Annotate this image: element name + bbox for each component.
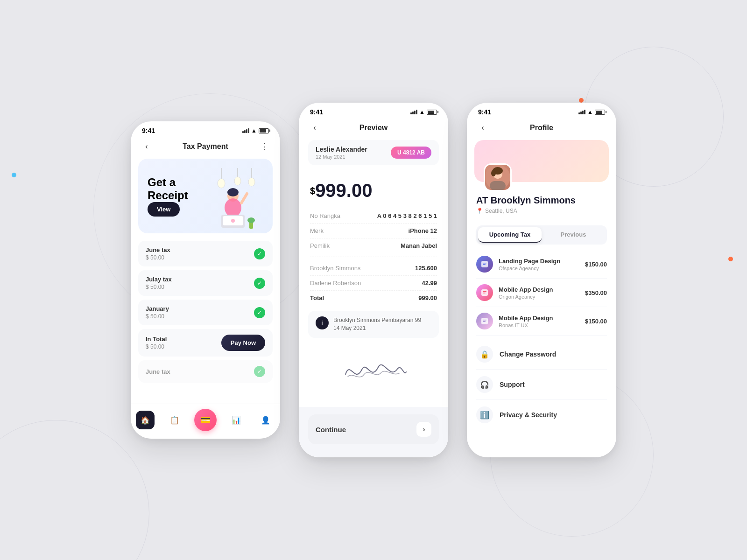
- signal-bars-left: [242, 128, 249, 133]
- profile-avatar: [484, 163, 512, 191]
- currency-symbol: $: [310, 186, 315, 196]
- entry-icon-1: [476, 256, 493, 273]
- tax-item-january-info: January $ 50.00: [146, 305, 169, 320]
- tax-entry-3: Mobile App Design Ronas IT UX $150.00: [476, 307, 607, 336]
- svg-point-8: [225, 198, 241, 217]
- receipt-breakdown: Brooklyn Simmons 125.600 Darlene Roberts…: [299, 261, 448, 305]
- nav-analytics[interactable]: 📊: [227, 411, 246, 429]
- tax-item-julay-amount: $ 50.00: [146, 284, 172, 290]
- nav-profile[interactable]: 👤: [256, 411, 275, 429]
- back-button-right[interactable]: ‹: [476, 121, 489, 134]
- nav-center-payment[interactable]: 💳: [194, 409, 217, 431]
- battery-icon-right: [595, 110, 605, 115]
- receipt-user-date: 12 May 2021: [316, 154, 367, 160]
- tax-item-january-name: January: [146, 305, 169, 312]
- breakdown-total: Total 999.00: [310, 291, 437, 305]
- detail-label-rangka: No Rangka: [310, 212, 340, 219]
- more-button-left[interactable]: ⋮: [258, 140, 271, 153]
- page-title-right: Profile: [530, 124, 553, 132]
- svg-line-12: [241, 194, 247, 203]
- profile-name: AT Brooklyn Simmons: [476, 195, 607, 206]
- status-time-middle: 9:41: [310, 108, 323, 116]
- svg-rect-28: [483, 320, 486, 321]
- screens-container: 9:41 ▲ ‹ Tax Payment ⋮: [131, 103, 616, 457]
- receipt-user-info: Leslie Alexander 12 May 2021: [316, 146, 367, 160]
- tax-entry-1-left: Landing Page Design Ofspace Ageancy: [476, 256, 560, 273]
- tax-payment-phone: 9:41 ▲ ‹ Tax Payment ⋮: [131, 121, 280, 439]
- banner-content: Get a Receipt View: [148, 176, 207, 217]
- status-time-right: 9:41: [478, 108, 491, 116]
- page-title-middle: Preview: [359, 124, 388, 132]
- info-main-text: Brooklyn Simmons Pembayaran 99: [333, 316, 421, 324]
- nav-home[interactable]: 🏠: [136, 411, 155, 429]
- tax-item-june2-name: June tax: [146, 368, 170, 375]
- preview-phone: 9:41 ▲ ‹ Preview Lesl: [299, 103, 448, 457]
- lock-icon: 🔒: [476, 346, 493, 363]
- svg-point-1: [218, 179, 225, 188]
- support-icon: 🎧: [476, 376, 493, 393]
- divider: [310, 257, 437, 257]
- settings-support[interactable]: 🎧 Support: [476, 370, 607, 400]
- signature-svg: [336, 351, 411, 388]
- status-icons-left: ▲: [242, 127, 269, 134]
- tax-entry-1-company: Ofspace Ageancy: [499, 266, 560, 271]
- svg-point-11: [231, 219, 235, 223]
- continue-label: Continue: [316, 426, 346, 434]
- breakdown-value-brooklyn: 125.600: [415, 265, 437, 272]
- tax-entry-2-amount: $350.00: [585, 289, 607, 296]
- svg-point-20: [491, 170, 496, 176]
- check-icon-january: ✓: [254, 307, 265, 318]
- continue-arrow: ›: [416, 422, 431, 437]
- status-time-left: 9:41: [142, 127, 155, 134]
- back-button-middle[interactable]: ‹: [308, 121, 321, 134]
- status-icons-middle: ▲: [410, 109, 437, 115]
- tax-entry-2-company: Origon Ageancy: [499, 294, 553, 300]
- payment-icon: 💳: [200, 415, 211, 425]
- svg-point-14: [247, 217, 255, 223]
- tax-item-total-info: In Total $ 50.00: [146, 336, 167, 350]
- wifi-icon-middle: ▲: [419, 109, 425, 115]
- avatar-image: [485, 165, 510, 190]
- location-pin-icon: 📍: [476, 208, 483, 214]
- tax-item-june: June tax $ 50.00 ✓: [138, 241, 273, 266]
- nav-list[interactable]: 📋: [165, 411, 184, 429]
- svg-point-3: [234, 177, 241, 185]
- bottom-nav-left: 🏠 📋 💳 📊 👤: [131, 404, 280, 439]
- tax-entries-list: Landing Page Design Ofspace Ageancy $150…: [467, 250, 616, 336]
- detail-label-pemilik: Pemilik: [310, 242, 330, 249]
- profile-nav-icon: 👤: [261, 416, 270, 425]
- svg-rect-17: [490, 181, 506, 190]
- change-password-label: Change Password: [500, 350, 556, 358]
- tax-item-june-name: June tax: [146, 246, 170, 253]
- tab-previous[interactable]: Previous: [542, 227, 605, 243]
- settings-privacy[interactable]: ℹ️ Privacy & Security: [476, 400, 607, 430]
- breakdown-value-total: 999.00: [418, 294, 437, 301]
- tax-item-julay-info: Julay tax $ 50.00: [146, 276, 172, 290]
- location-text: Seattle, USA: [485, 208, 517, 214]
- continue-button[interactable]: Continue ›: [308, 414, 439, 444]
- tax-entry-3-company: Ronas IT UX: [499, 322, 553, 328]
- app-header-right: ‹ Profile: [467, 118, 616, 140]
- wifi-icon-right: ▲: [587, 109, 593, 115]
- pay-now-button[interactable]: Pay Now: [221, 335, 265, 351]
- status-icons-right: ▲: [578, 109, 605, 115]
- tax-list: June tax $ 50.00 ✓ Julay tax $ 50.00 ✓ J…: [131, 241, 280, 383]
- check-icon-june2: ✓: [254, 366, 265, 377]
- back-button-left[interactable]: ‹: [140, 140, 153, 153]
- tax-item-june-info: June tax $ 50.00: [146, 246, 170, 261]
- tab-upcoming-tax[interactable]: Upcoming Tax: [478, 227, 542, 243]
- profile-banner: [474, 140, 609, 182]
- svg-rect-25: [483, 291, 486, 292]
- tax-entry-1-name: Landing Page Design: [499, 258, 560, 265]
- detail-value-merk: iPhone 12: [409, 227, 437, 234]
- detail-row-rangka: No Rangka A 0 6 4 5 3 8 2 6 1 5 1: [310, 209, 437, 224]
- tax-entry-2-info: Mobile App Design Origon Ageancy: [499, 286, 553, 300]
- settings-change-password[interactable]: 🔒 Change Password: [476, 339, 607, 370]
- profile-tabs: Upcoming Tax Previous: [476, 225, 607, 245]
- view-button[interactable]: View: [148, 202, 180, 217]
- detail-value-pemilik: Manan Jabel: [401, 242, 437, 249]
- tax-entry-1: Landing Page Design Ofspace Ageancy $150…: [476, 250, 607, 279]
- list-icon: 📋: [170, 416, 179, 425]
- status-bar-left: 9:41 ▲: [131, 121, 280, 136]
- svg-rect-23: [483, 264, 486, 265]
